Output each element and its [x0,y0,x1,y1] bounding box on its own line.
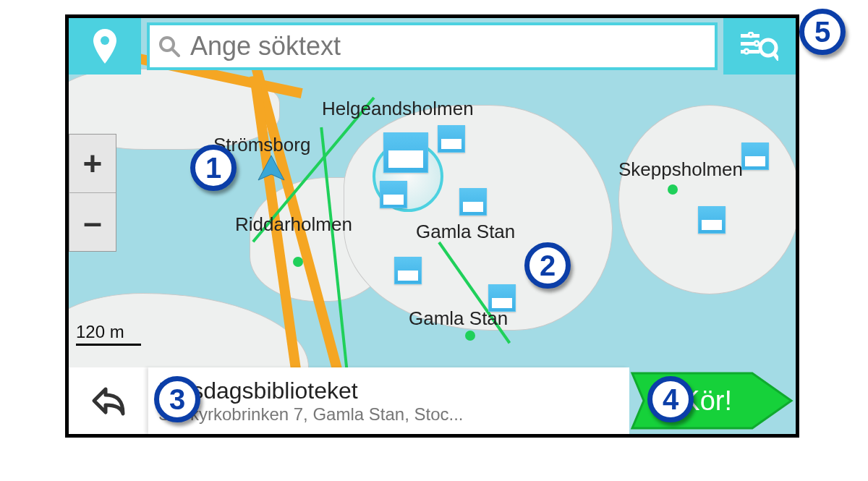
zoom-in-button[interactable]: + [69,135,116,192]
land [618,105,799,294]
callout-4: 4 [647,376,694,422]
callout-2: 2 [524,242,571,289]
callout-3: 3 [154,376,200,422]
zoom-out-button[interactable]: – [69,192,116,251]
place-label: Skeppsholmen [618,158,743,181]
svg-line-11 [774,54,778,59]
callout-5: 5 [799,9,846,55]
poi-icon[interactable] [741,142,769,170]
list-search-icon [741,32,778,61]
poi-icon[interactable] [698,206,726,234]
search-options-button[interactable] [723,18,796,75]
result-title: Riksdagsbiblioteket [158,378,621,404]
svg-marker-0 [258,156,284,180]
poi-icon[interactable] [394,257,422,284]
device-frame: Helgeandsholmen Strömsborg Riddarholmen … [65,14,799,438]
place-label: Helgeandsholmen [322,98,474,120]
poi-icon[interactable] [438,125,465,153]
place-label: Riddarholmen [235,213,352,236]
callout-1: 1 [190,145,237,191]
place-label: Gamla Stan [416,221,515,243]
search-icon [158,35,180,57]
location-pin-button[interactable] [69,18,141,75]
scale-line [76,344,141,346]
scale-indicator: 120 m [76,322,141,346]
poi-dot [293,257,303,267]
search-placeholder: Ange söktext [190,33,341,59]
result-card[interactable]: Riksdagsbiblioteket Storkyrkobrinken 7, … [148,367,629,434]
svg-line-3 [172,49,179,56]
back-icon [91,385,126,417]
poi-dot [668,184,678,195]
svg-point-1 [101,36,109,45]
top-bar: Ange söktext [69,18,796,75]
scale-label: 120 m [76,322,124,341]
result-subtitle: Storkyrkobrinken 7, Gamla Stan, Stoc... [158,404,563,425]
back-button[interactable] [69,367,148,434]
poi-dot [465,331,475,341]
pin-icon [93,29,117,64]
svg-point-8 [754,41,759,46]
zoom-control: + – [69,134,116,252]
current-location-icon [257,156,286,189]
poi-icon[interactable] [459,188,487,216]
svg-point-9 [744,49,749,54]
search-input[interactable]: Ange söktext [147,22,718,70]
svg-point-7 [749,33,753,37]
poi-icon[interactable] [488,284,516,312]
poi-icon[interactable] [380,181,407,208]
poi-icon[interactable] [383,132,428,173]
